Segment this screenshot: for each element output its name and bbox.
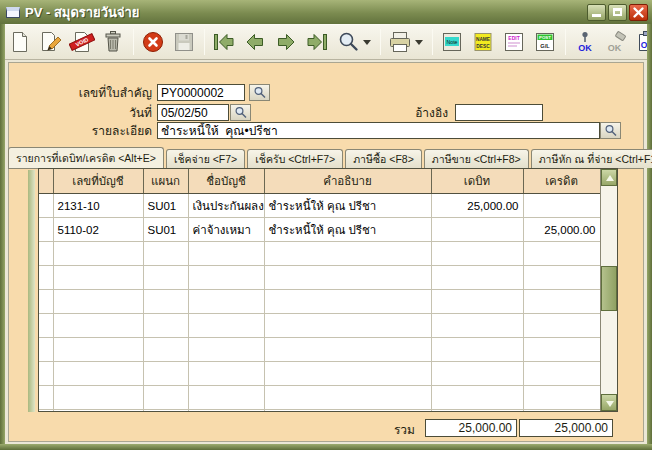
last-record-icon — [304, 29, 330, 55]
delete-button[interactable] — [99, 27, 127, 57]
note-button[interactable]: Note — [438, 27, 466, 57]
first-record-button[interactable] — [210, 27, 238, 57]
scroll-down-button[interactable] — [601, 394, 617, 411]
empty-row — [39, 362, 600, 386]
total-label: รวม — [335, 421, 415, 439]
cell-account-name[interactable]: ค่าจ้างเหมา — [188, 218, 264, 242]
reference-label: อ้างอิง — [340, 105, 448, 122]
cell-debit[interactable]: 25,000.00 — [431, 194, 523, 218]
empty-row — [39, 338, 600, 362]
cell-description[interactable]: ชำระหนี้ให้ คุณ ปรีชา — [264, 194, 431, 218]
new-button[interactable] — [6, 27, 34, 57]
save-disk-icon — [171, 29, 197, 55]
voucher-input[interactable] — [157, 84, 245, 101]
close-icon — [632, 6, 645, 19]
minimize-button[interactable] — [587, 4, 606, 21]
tab-debit-credit[interactable]: รายการที่เดบิท/เครดิต <Alt+E> — [8, 147, 164, 168]
description-lookup-button[interactable] — [600, 122, 621, 139]
save-button[interactable] — [170, 27, 198, 57]
cell-credit[interactable] — [523, 194, 600, 218]
first-record-icon — [211, 29, 237, 55]
cell-debit[interactable] — [431, 218, 523, 242]
tab-withholding-tax[interactable]: ภาษีหัก ณ ที่จ่าย <Ctrl+F10> — [531, 149, 652, 168]
find-button[interactable] — [334, 27, 362, 57]
ok-clear-icon: OK — [603, 29, 629, 55]
tab-cheque-paid[interactable]: เช็คจ่าย <F7> — [166, 149, 245, 168]
name-desc-button[interactable]: NAME DESC — [469, 27, 497, 57]
date-input[interactable] — [157, 104, 229, 121]
window-controls — [587, 4, 648, 21]
window-title: PV - สมุดรายวันจ่าย — [25, 2, 139, 23]
close-button[interactable] — [629, 4, 648, 21]
voucher-lookup-button[interactable] — [249, 84, 270, 101]
post-gl-button[interactable]: POST G/L — [531, 27, 559, 57]
next-record-button[interactable] — [272, 27, 300, 57]
vertical-scrollbar[interactable] — [600, 169, 617, 411]
svg-text:Note: Note — [447, 39, 458, 45]
void-document-icon: VOID — [69, 29, 95, 55]
toolbar-separator — [133, 29, 134, 55]
description-label: รายละเอียด — [40, 123, 152, 140]
cell-account-name[interactable]: เงินประกันผลงา — [188, 194, 264, 218]
col-dept: แผนก — [143, 169, 188, 194]
empty-row — [39, 410, 600, 413]
edit-desc-button[interactable]: EDIT — [500, 27, 528, 57]
maximize-button[interactable] — [608, 4, 627, 21]
toolbar-separator — [432, 29, 433, 55]
cell-account-no[interactable]: 2131-10 — [53, 194, 143, 218]
print-button[interactable] — [386, 27, 414, 57]
cell-account-no[interactable]: 5110-02 — [53, 218, 143, 242]
row-selector-header — [39, 169, 53, 194]
col-account-name: ชื่อบัญชี — [188, 169, 264, 194]
find-dropdown-caret[interactable] — [363, 40, 371, 45]
grid-row[interactable]: 5110-02 SU01 ค่าจ้างเหมา ชำระหนี้ให้ คุณ… — [39, 218, 600, 242]
date-label: วันที่ — [40, 105, 152, 122]
toolbar-separator — [380, 29, 381, 55]
scroll-down-icon — [606, 401, 614, 407]
edit-button[interactable] — [37, 27, 65, 57]
scrollbar-thumb[interactable] — [601, 266, 617, 311]
empty-row — [39, 386, 600, 410]
grid-row[interactable]: 2131-10 SU01 เงินประกันผลงา ชำระหนี้ให้ … — [39, 194, 600, 218]
next-record-icon — [273, 29, 299, 55]
edit-desc-icon: EDIT — [501, 29, 527, 55]
search-icon — [335, 29, 361, 55]
reference-input[interactable] — [455, 104, 543, 121]
tab-sales-tax[interactable]: ภาษีขาย <Ctrl+F8> — [424, 149, 529, 168]
description-input[interactable] — [157, 122, 600, 139]
cell-dept[interactable]: SU01 — [143, 194, 188, 218]
print-dropdown-caret[interactable] — [415, 40, 423, 45]
cell-description[interactable]: ชำระหนี้ให้ คุณ ปรีชา — [264, 218, 431, 242]
total-credit: 25,000.00 — [519, 419, 613, 437]
toolbar-separator — [204, 29, 205, 55]
ok-clear-button[interactable]: OK — [602, 27, 630, 57]
row-selector[interactable] — [39, 218, 53, 242]
svg-text:G/L: G/L — [540, 43, 550, 49]
empty-row — [39, 314, 600, 338]
previous-record-button[interactable] — [241, 27, 269, 57]
ok-approve-button[interactable]: OK — [571, 27, 599, 57]
toolbar-separator — [565, 29, 566, 55]
trash-icon — [100, 29, 126, 55]
tab-cheque-received[interactable]: เช็ครับ <Ctrl+F7> — [247, 149, 343, 168]
date-lookup-button[interactable] — [230, 104, 251, 121]
journal-grid: เลขที่บัญชี แผนก ชื่อบัญชี คำอธิบาย เดบิ… — [38, 168, 618, 412]
cancel-button[interactable] — [139, 27, 167, 57]
app-window: PV - สมุดรายวันจ่าย — [0, 0, 652, 450]
tab-purchase-tax[interactable]: ภาษีซื้อ <F8> — [345, 149, 422, 168]
cell-credit[interactable]: 25,000.00 — [523, 218, 600, 242]
lookup-magnifier-icon — [234, 106, 248, 119]
window-border-bottom — [0, 444, 652, 450]
row-selector[interactable] — [39, 194, 53, 218]
empty-row — [39, 266, 600, 290]
void-button[interactable]: VOID — [68, 27, 96, 57]
last-record-button[interactable] — [303, 27, 331, 57]
total-debit: 25,000.00 — [425, 419, 517, 437]
cell-dept[interactable]: SU01 — [143, 218, 188, 242]
printer-icon — [387, 29, 413, 55]
note-icon: Note — [439, 29, 465, 55]
scroll-up-button[interactable] — [601, 169, 617, 186]
toolbar: VOID — [0, 24, 652, 60]
svg-text:EDIT: EDIT — [508, 35, 519, 41]
minimize-icon — [592, 14, 601, 17]
